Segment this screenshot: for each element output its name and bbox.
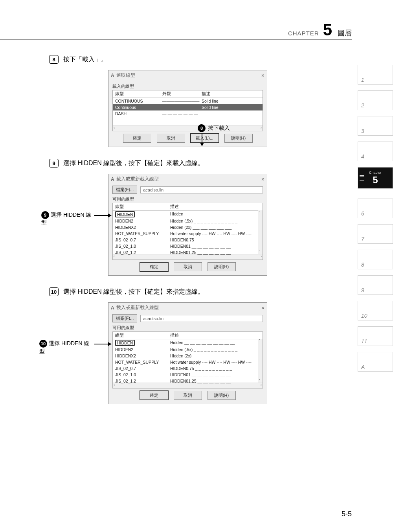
file-path-field[interactable]: acadiso.lin [140, 315, 263, 322]
cancel-button[interactable]: 取消 [157, 134, 185, 143]
side-tab-4: 4 [358, 142, 393, 161]
cancel-button[interactable]: 取消 [174, 262, 202, 271]
chapter-title: 圖層 [338, 28, 352, 38]
list-row[interactable]: JIS_02_1.2HIDDEN01.25 __ __ __ __ __ __ [113, 249, 263, 256]
vertical-scrollbar[interactable]: ˄˅ [258, 210, 263, 254]
side-tab-10: 10 [358, 301, 393, 320]
ok-button[interactable]: 確定 [140, 391, 168, 400]
step-9: 9 選擇 HIDDEN 線型後，按下【確定】來載入虛線。 [49, 159, 336, 168]
ok-button[interactable]: 確定 [123, 134, 151, 143]
load-button[interactable]: 載入(L)... [191, 134, 219, 143]
load-linetype-dialog-1: A載入或重新載入線型 × 檔案(F)... acadiso.lin 可用的線型 … [108, 174, 267, 276]
list-row-selected[interactable]: Continuous ――――――――― Solid line [113, 104, 263, 110]
select-linetype-dialog: A選取線型 × 載入的線型 線型 外觀 描述 CONTINUOUS ――――――… [108, 70, 267, 147]
page-number: 5-5 [342, 510, 352, 518]
step-8-text: 按下「載入」。 [63, 55, 107, 64]
side-tab-2: 2 [358, 90, 393, 110]
list-row[interactable]: HIDDEN2Hidden (.5x) _ _ _ _ _ _ _ _ _ _ … [113, 218, 263, 224]
side-tabs: 1 2 3 4 Chapter 5 6 7 8 9 10 11 A [358, 65, 393, 377]
close-icon[interactable]: × [261, 305, 264, 311]
list-row[interactable]: HOT_WATER_SUPPLYHot water supply ---- HW… [113, 230, 263, 237]
dialog-titlebar: A選取線型 × [108, 70, 267, 80]
callout-10: 10選擇 HIDDEN 線型 [39, 340, 90, 355]
side-tab-A: A [358, 352, 393, 372]
step-10-number: 10 [49, 287, 59, 296]
linetype-list[interactable]: 線型 外觀 描述 CONTINUOUS ――――――――― Solid line… [112, 90, 263, 131]
side-tab-8: 8 [358, 250, 393, 269]
list-row[interactable]: HIDDEN2Hidden (.5x) _ _ _ _ _ _ _ _ _ _ … [113, 346, 263, 353]
list-header: 線型 外觀 描述 [113, 90, 263, 98]
app-icon: A [111, 73, 114, 78]
chapter-number: 5 [323, 22, 332, 38]
list-row[interactable]: DASH ― ― ― ― ― ― ― [113, 110, 263, 117]
step-10: 10 選擇 HIDDEN 線型後，按下【確定】來指定虛線。 [49, 287, 336, 296]
step-9-number: 9 [49, 159, 59, 168]
list-row[interactable]: HIDDENHidden __ __ __ __ __ __ __ __ __ [113, 339, 263, 346]
file-button[interactable]: 檔案(F)... [112, 186, 137, 194]
available-linetypes-label: 可用的線型 [112, 325, 263, 331]
page-header: CHAPTER 5 圖層 [288, 22, 352, 38]
dialog-title: 選取線型 [116, 72, 135, 79]
list-row[interactable]: HOT_WATER_SUPPLYHot water supply ---- HW… [113, 359, 263, 365]
ok-button[interactable]: 確定 [140, 262, 168, 271]
list-row[interactable]: JIS_02_0.7HIDDEN0.75 _ _ _ _ _ _ _ _ _ _… [113, 237, 263, 243]
side-tab-1: 1 [358, 65, 393, 85]
load-linetype-dialog-2: A載入或重新載入線型 × 檔案(F)... acadiso.lin 可用的線型 … [108, 302, 267, 404]
available-linetype-list[interactable]: 線型 描述 HIDDENHidden __ __ __ __ __ __ __ … [112, 331, 263, 388]
file-button[interactable]: 檔案(F)... [112, 314, 137, 322]
callout-9: 9選擇 HIDDEN 線型 [41, 211, 92, 227]
app-icon: A [111, 305, 114, 311]
list-row[interactable]: HIDDENHidden __ __ __ __ __ __ __ __ __ [113, 211, 263, 218]
side-tab-7: 7 [358, 224, 393, 244]
dialog-title: 載入或重新載入線型 [116, 304, 159, 311]
list-row[interactable]: JIS_02_1.0HIDDEN01 __ __ __ __ __ __ __ [113, 243, 263, 249]
page-content: 8 按下「載入」。 A選取線型 × 載入的線型 線型 外觀 描述 [49, 55, 336, 416]
close-icon[interactable]: × [261, 72, 264, 79]
side-tab-6: 6 [358, 199, 393, 218]
side-tab-5-active: Chapter 5 [358, 167, 393, 189]
available-linetypes-label: 可用的線型 [112, 196, 263, 202]
dialog-title: 載入或重新載入線型 [116, 176, 159, 182]
available-linetype-list[interactable]: 線型 描述 HIDDENHidden __ __ __ __ __ __ __ … [112, 203, 263, 260]
file-path-field[interactable]: acadiso.lin [140, 186, 263, 193]
list-row[interactable]: JIS_02_1.2HIDDEN01.25 __ __ __ __ __ __ [113, 378, 263, 384]
list-row[interactable]: JIS_02_1.0HIDDEN01 __ __ __ __ __ __ __ [113, 372, 263, 378]
callout-8: 8按下載入 [198, 124, 230, 132]
close-icon[interactable]: × [261, 176, 264, 182]
step-10-text: 選擇 HIDDEN 線型後，按下【確定】來指定虛線。 [63, 287, 204, 296]
help-button[interactable]: 說明(H) [208, 391, 236, 400]
app-icon: A [111, 177, 114, 182]
chapter-label: CHAPTER [288, 30, 319, 37]
vertical-scrollbar[interactable]: ˄˅ [258, 339, 263, 383]
list-row[interactable]: JIS_02_0.7HIDDEN0.75 _ _ _ _ _ _ _ _ _ _… [113, 365, 263, 372]
step-8-number: 8 [49, 55, 59, 64]
list-row[interactable]: HIDDENX2Hidden (2x) ___ ___ ___ ___ ___ [113, 224, 263, 230]
list-row[interactable]: HIDDENX2Hidden (2x) ___ ___ ___ ___ ___ [113, 353, 263, 359]
dialog-titlebar: A載入或重新載入線型 × [108, 303, 267, 313]
header-rule [0, 39, 352, 40]
loaded-linetypes-label: 載入的線型 [112, 83, 263, 89]
side-tab-3: 3 [358, 116, 393, 136]
side-tab-11: 11 [358, 326, 393, 346]
help-button[interactable]: 說明(H) [208, 262, 236, 271]
dialog-titlebar: A載入或重新載入線型 × [108, 174, 267, 184]
side-tab-9: 9 [358, 275, 393, 295]
list-row[interactable]: CONTINUOUS ――――――――― Solid line [113, 98, 263, 104]
step-8: 8 按下「載入」。 [49, 55, 336, 64]
horizontal-scrollbar[interactable]: ‹› [113, 383, 263, 388]
step-9-text: 選擇 HIDDEN 線型後，按下【確定】來載入虛線。 [63, 159, 204, 168]
cancel-button[interactable]: 取消 [174, 391, 202, 400]
help-button[interactable]: 說明(H) [224, 134, 253, 143]
horizontal-scrollbar[interactable]: ‹› [113, 125, 263, 131]
horizontal-scrollbar[interactable]: ‹› [113, 254, 263, 260]
